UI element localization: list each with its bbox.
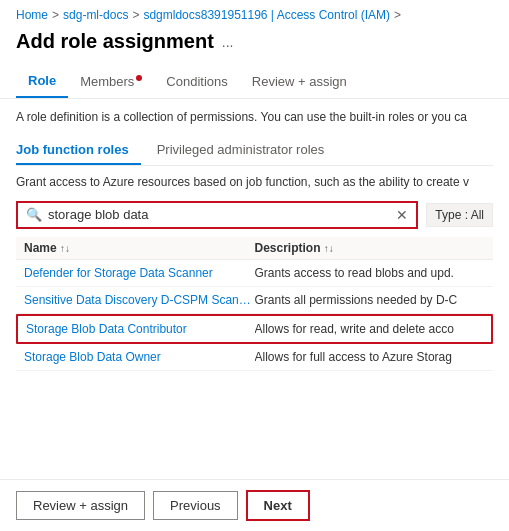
- search-box[interactable]: 🔍 ✕: [16, 201, 418, 229]
- tab-conditions[interactable]: Conditions: [154, 66, 239, 97]
- tab-members[interactable]: Members: [68, 66, 154, 97]
- search-input[interactable]: [48, 207, 390, 222]
- table-row-selected[interactable]: Storage Blob Data Contributor Allows for…: [16, 314, 493, 344]
- row-desc: Allows for full access to Azure Storag: [255, 350, 486, 364]
- row-desc: Grants all permissions needed by D-C: [255, 293, 486, 307]
- review-assign-button[interactable]: Review + assign: [16, 491, 145, 520]
- row-name: Sensitive Data Discovery D-CSPM Scanner …: [24, 293, 255, 307]
- sub-tab-job-function[interactable]: Job function roles: [16, 136, 141, 165]
- tabs-bar: Role Members Conditions Review + assign: [0, 65, 509, 99]
- sub-description: Grant access to Azure resources based on…: [16, 174, 493, 191]
- table-row[interactable]: Defender for Storage Data Scanner Grants…: [16, 260, 493, 287]
- type-badge[interactable]: Type : All: [426, 203, 493, 227]
- page-title: Add role assignment ...: [0, 26, 509, 65]
- tab-review-assign[interactable]: Review + assign: [240, 66, 359, 97]
- footer: Review + assign Previous Next: [0, 479, 509, 531]
- sub-tabs-bar: Job function roles Privileged administra…: [16, 136, 493, 166]
- row-name: Storage Blob Data Owner: [24, 350, 255, 364]
- table-header: Name ↑↓ Description ↑↓: [16, 237, 493, 260]
- table-row[interactable]: Sensitive Data Discovery D-CSPM Scanner …: [16, 287, 493, 314]
- search-clear-icon[interactable]: ✕: [396, 207, 408, 223]
- col-description: Description ↑↓: [255, 241, 486, 255]
- breadcrumb-home[interactable]: Home: [16, 8, 48, 22]
- row-desc: Grants access to read blobs and upd.: [255, 266, 486, 280]
- desc-sort-icon: ↑↓: [324, 243, 334, 254]
- sub-tab-privileged[interactable]: Privileged administrator roles: [157, 136, 337, 165]
- page-title-ellipsis: ...: [222, 34, 234, 50]
- members-dot: [136, 75, 142, 81]
- name-sort-icon: ↑↓: [60, 243, 70, 254]
- row-name: Storage Blob Data Contributor: [26, 322, 255, 336]
- search-icon: 🔍: [26, 207, 42, 222]
- row-name: Defender for Storage Data Scanner: [24, 266, 255, 280]
- table-row[interactable]: Storage Blob Data Owner Allows for full …: [16, 344, 493, 371]
- breadcrumb-sdg[interactable]: sdg-ml-docs: [63, 8, 128, 22]
- tab-role[interactable]: Role: [16, 65, 68, 98]
- row-desc: Allows for read, write and delete acco: [255, 322, 484, 336]
- breadcrumb-iam[interactable]: sdgmldocs8391951196 | Access Control (IA…: [143, 8, 390, 22]
- table: Name ↑↓ Description ↑↓ Defender for Stor…: [16, 237, 493, 371]
- next-button[interactable]: Next: [246, 490, 310, 521]
- breadcrumb-sep-2: >: [132, 8, 139, 22]
- breadcrumb-sep-1: >: [52, 8, 59, 22]
- role-description: A role definition is a collection of per…: [16, 109, 493, 126]
- breadcrumb: Home > sdg-ml-docs > sdgmldocs8391951196…: [0, 0, 509, 26]
- col-name: Name ↑↓: [24, 241, 255, 255]
- previous-button[interactable]: Previous: [153, 491, 238, 520]
- search-row: 🔍 ✕ Type : All: [16, 201, 493, 229]
- breadcrumb-sep-3: >: [394, 8, 401, 22]
